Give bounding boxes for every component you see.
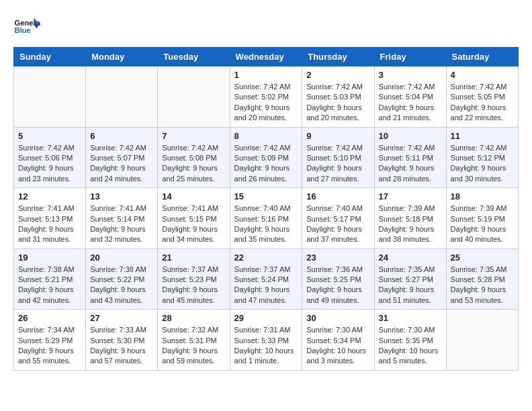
day-info: Sunrise: 7:37 AM Sunset: 5:24 PM Dayligh… — [234, 265, 298, 306]
day-number: 2 — [306, 70, 369, 80]
calendar-day-18: 18Sunrise: 7:39 AM Sunset: 5:19 PM Dayli… — [446, 188, 518, 249]
day-number: 26 — [18, 313, 81, 323]
calendar-day-30: 30Sunrise: 7:30 AM Sunset: 5:34 PM Dayli… — [302, 310, 374, 371]
day-info: Sunrise: 7:37 AM Sunset: 5:23 PM Dayligh… — [162, 265, 225, 306]
calendar-day-2: 2Sunrise: 7:42 AM Sunset: 5:03 PM Daylig… — [302, 66, 374, 128]
calendar-week-row: 1Sunrise: 7:42 AM Sunset: 5:02 PM Daylig… — [14, 66, 519, 128]
logo: General Blue — [13, 13, 44, 40]
calendar-day-8: 8Sunrise: 7:42 AM Sunset: 5:09 PM Daylig… — [230, 127, 302, 188]
day-number: 28 — [162, 313, 225, 323]
day-number: 30 — [306, 313, 369, 323]
day-info: Sunrise: 7:40 AM Sunset: 5:16 PM Dayligh… — [234, 203, 298, 245]
day-number: 5 — [18, 131, 81, 141]
day-number: 14 — [162, 191, 225, 201]
day-info: Sunrise: 7:42 AM Sunset: 5:08 PM Dayligh… — [162, 143, 225, 185]
page-header: General Blue — [13, 13, 519, 40]
day-info: Sunrise: 7:42 AM Sunset: 5:07 PM Dayligh… — [90, 143, 153, 185]
day-info: Sunrise: 7:35 AM Sunset: 5:27 PM Dayligh… — [379, 265, 442, 306]
day-info: Sunrise: 7:42 AM Sunset: 5:04 PM Dayligh… — [379, 82, 442, 124]
day-info: Sunrise: 7:38 AM Sunset: 5:22 PM Dayligh… — [90, 265, 153, 306]
calendar-day-26: 26Sunrise: 7:34 AM Sunset: 5:29 PM Dayli… — [14, 310, 86, 371]
day-info: Sunrise: 7:33 AM Sunset: 5:30 PM Dayligh… — [90, 325, 153, 367]
calendar-day-7: 7Sunrise: 7:42 AM Sunset: 5:08 PM Daylig… — [158, 127, 230, 188]
day-number: 4 — [451, 70, 514, 80]
day-info: Sunrise: 7:42 AM Sunset: 5:06 PM Dayligh… — [18, 143, 81, 185]
day-number: 27 — [90, 313, 153, 323]
calendar-day-31: 31Sunrise: 7:30 AM Sunset: 5:35 PM Dayli… — [374, 310, 446, 371]
calendar-week-row: 12Sunrise: 7:41 AM Sunset: 5:13 PM Dayli… — [14, 188, 519, 249]
day-info: Sunrise: 7:42 AM Sunset: 5:12 PM Dayligh… — [451, 143, 514, 185]
day-number: 7 — [162, 131, 225, 141]
day-info: Sunrise: 7:36 AM Sunset: 5:25 PM Dayligh… — [306, 265, 369, 306]
calendar-table: SundayMondayTuesdayWednesdayThursdayFrid… — [13, 47, 519, 371]
day-info: Sunrise: 7:40 AM Sunset: 5:17 PM Dayligh… — [306, 203, 369, 245]
day-number: 11 — [451, 131, 514, 141]
calendar-day-28: 28Sunrise: 7:32 AM Sunset: 5:31 PM Dayli… — [158, 310, 230, 371]
day-number: 13 — [90, 191, 153, 201]
day-info: Sunrise: 7:35 AM Sunset: 5:28 PM Dayligh… — [451, 265, 514, 306]
weekday-header-friday: Friday — [374, 48, 446, 66]
calendar-day-13: 13Sunrise: 7:41 AM Sunset: 5:14 PM Dayli… — [86, 188, 158, 249]
day-number: 8 — [234, 131, 298, 141]
day-info: Sunrise: 7:34 AM Sunset: 5:29 PM Dayligh… — [18, 325, 81, 367]
day-number: 6 — [90, 131, 153, 141]
day-number: 12 — [18, 191, 81, 201]
weekday-header-wednesday: Wednesday — [230, 48, 302, 66]
day-info: Sunrise: 7:42 AM Sunset: 5:03 PM Dayligh… — [306, 82, 369, 124]
day-info: Sunrise: 7:38 AM Sunset: 5:21 PM Dayligh… — [18, 265, 81, 306]
calendar-day-16: 16Sunrise: 7:40 AM Sunset: 5:17 PM Dayli… — [302, 188, 374, 249]
calendar-day-10: 10Sunrise: 7:42 AM Sunset: 5:11 PM Dayli… — [374, 127, 446, 188]
day-number: 10 — [379, 131, 442, 141]
weekday-header-thursday: Thursday — [302, 48, 374, 66]
day-info: Sunrise: 7:41 AM Sunset: 5:15 PM Dayligh… — [162, 203, 225, 245]
day-number: 21 — [162, 253, 225, 263]
calendar-empty-cell — [14, 66, 86, 128]
calendar-day-29: 29Sunrise: 7:31 AM Sunset: 5:33 PM Dayli… — [230, 310, 302, 371]
day-info: Sunrise: 7:39 AM Sunset: 5:18 PM Dayligh… — [379, 203, 442, 245]
day-info: Sunrise: 7:31 AM Sunset: 5:33 PM Dayligh… — [234, 325, 298, 367]
calendar-week-row: 26Sunrise: 7:34 AM Sunset: 5:29 PM Dayli… — [14, 310, 519, 371]
calendar-day-19: 19Sunrise: 7:38 AM Sunset: 5:21 PM Dayli… — [14, 248, 86, 310]
calendar-day-17: 17Sunrise: 7:39 AM Sunset: 5:18 PM Dayli… — [374, 188, 446, 249]
calendar-day-6: 6Sunrise: 7:42 AM Sunset: 5:07 PM Daylig… — [86, 127, 158, 188]
day-info: Sunrise: 7:42 AM Sunset: 5:09 PM Dayligh… — [234, 143, 298, 185]
day-number: 15 — [234, 191, 298, 201]
svg-text:Blue: Blue — [15, 26, 31, 34]
calendar-day-25: 25Sunrise: 7:35 AM Sunset: 5:28 PM Dayli… — [446, 248, 518, 310]
day-info: Sunrise: 7:41 AM Sunset: 5:14 PM Dayligh… — [90, 203, 153, 245]
calendar-week-row: 19Sunrise: 7:38 AM Sunset: 5:21 PM Dayli… — [14, 248, 519, 310]
calendar-week-row: 5Sunrise: 7:42 AM Sunset: 5:06 PM Daylig… — [14, 127, 519, 188]
day-info: Sunrise: 7:42 AM Sunset: 5:10 PM Dayligh… — [306, 143, 369, 185]
day-number: 22 — [234, 253, 298, 263]
day-info: Sunrise: 7:42 AM Sunset: 5:02 PM Dayligh… — [234, 82, 298, 124]
day-info: Sunrise: 7:41 AM Sunset: 5:13 PM Dayligh… — [18, 203, 81, 245]
weekday-header-sunday: Sunday — [14, 48, 86, 66]
calendar-day-21: 21Sunrise: 7:37 AM Sunset: 5:23 PM Dayli… — [158, 248, 230, 310]
calendar-day-24: 24Sunrise: 7:35 AM Sunset: 5:27 PM Dayli… — [374, 248, 446, 310]
weekday-header-saturday: Saturday — [446, 48, 518, 66]
calendar-day-20: 20Sunrise: 7:38 AM Sunset: 5:22 PM Dayli… — [86, 248, 158, 310]
calendar-empty-cell — [158, 66, 230, 128]
day-number: 17 — [379, 191, 442, 201]
calendar-day-3: 3Sunrise: 7:42 AM Sunset: 5:04 PM Daylig… — [374, 66, 446, 128]
day-info: Sunrise: 7:30 AM Sunset: 5:35 PM Dayligh… — [379, 325, 442, 367]
day-number: 9 — [306, 131, 369, 141]
calendar-day-1: 1Sunrise: 7:42 AM Sunset: 5:02 PM Daylig… — [230, 66, 302, 128]
day-info: Sunrise: 7:30 AM Sunset: 5:34 PM Dayligh… — [306, 325, 369, 367]
day-info: Sunrise: 7:42 AM Sunset: 5:05 PM Dayligh… — [451, 82, 514, 124]
day-number: 16 — [306, 191, 369, 201]
calendar-day-4: 4Sunrise: 7:42 AM Sunset: 5:05 PM Daylig… — [446, 66, 518, 128]
day-info: Sunrise: 7:39 AM Sunset: 5:19 PM Dayligh… — [451, 203, 514, 245]
calendar-empty-cell — [86, 66, 158, 128]
day-number: 1 — [234, 70, 298, 80]
calendar-day-22: 22Sunrise: 7:37 AM Sunset: 5:24 PM Dayli… — [230, 248, 302, 310]
calendar-day-23: 23Sunrise: 7:36 AM Sunset: 5:25 PM Dayli… — [302, 248, 374, 310]
calendar-day-12: 12Sunrise: 7:41 AM Sunset: 5:13 PM Dayli… — [14, 188, 86, 249]
weekday-header-monday: Monday — [86, 48, 158, 66]
calendar-day-15: 15Sunrise: 7:40 AM Sunset: 5:16 PM Dayli… — [230, 188, 302, 249]
day-number: 19 — [18, 253, 81, 263]
calendar-day-27: 27Sunrise: 7:33 AM Sunset: 5:30 PM Dayli… — [86, 310, 158, 371]
weekday-header-tuesday: Tuesday — [158, 48, 230, 66]
day-info: Sunrise: 7:32 AM Sunset: 5:31 PM Dayligh… — [162, 325, 225, 367]
calendar-day-5: 5Sunrise: 7:42 AM Sunset: 5:06 PM Daylig… — [14, 127, 86, 188]
